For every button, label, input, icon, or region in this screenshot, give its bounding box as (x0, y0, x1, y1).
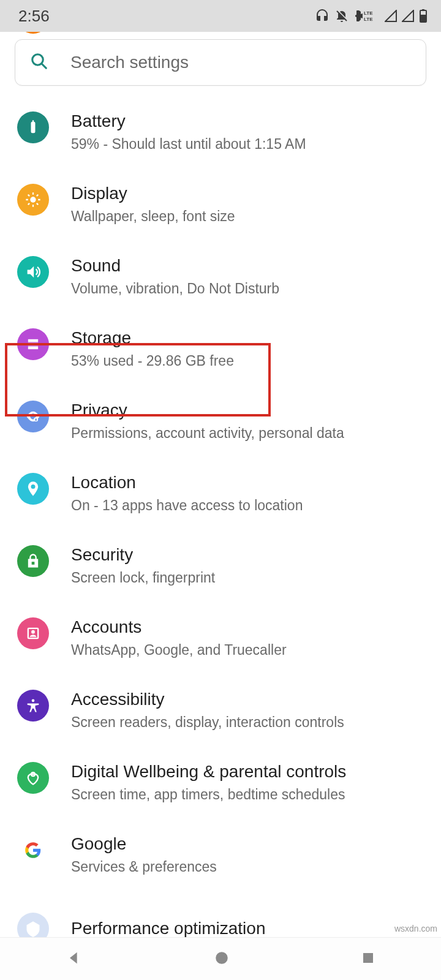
privacy-sub: Permissions, account activity, personal … (71, 424, 344, 443)
settings-list: Battery 59% - Should last until about 1:… (0, 97, 441, 937)
performance-item-icon (17, 913, 49, 937)
settings-item-google[interactable]: Google Services & preferences (0, 820, 441, 892)
security-sub: Screen lock, fingerprint (71, 569, 215, 587)
svg-point-17 (31, 630, 35, 634)
storage-sub: 53% used - 29.86 GB free (71, 352, 234, 371)
privacy-title: Privacy (71, 399, 344, 421)
svg-line-6 (42, 64, 47, 69)
svg-rect-15 (32, 562, 35, 565)
google-sub: Services & preferences (71, 858, 217, 876)
battery-title: Battery (71, 110, 306, 132)
settings-item-privacy[interactable]: Privacy Permissions, account activity, p… (0, 386, 441, 458)
display-title: Display (71, 183, 235, 204)
svg-rect-7 (31, 122, 36, 134)
settings-item-accessibility[interactable]: Accessibility Screen readers, display, i… (0, 675, 441, 747)
search-settings-bar[interactable]: Search settings (15, 39, 426, 86)
dnd-icon (334, 9, 349, 23)
settings-item-performance[interactable]: Performance optimization (0, 892, 441, 937)
settings-item-security[interactable]: Security Screen lock, fingerprint (0, 530, 441, 603)
accessibility-title: Accessibility (71, 688, 344, 710)
status-time: 2:56 (18, 7, 50, 26)
accessibility-sub: Screen readers, display, interaction con… (71, 714, 344, 732)
svg-rect-8 (32, 120, 34, 123)
search-placeholder: Search settings (70, 53, 189, 72)
settings-item-storage[interactable]: Storage 53% used - 29.86 GB free (0, 314, 441, 386)
wellbeing-title: Digital Wellbeing & parental controls (71, 761, 346, 782)
security-item-icon (17, 545, 49, 577)
headset-icon (315, 9, 330, 23)
svg-text:LTE: LTE (364, 10, 373, 16)
storage-item-icon (17, 328, 49, 360)
signal-2-icon (402, 10, 414, 22)
settings-item-location[interactable]: Location On - 13 apps have access to loc… (0, 458, 441, 530)
display-item-icon (17, 184, 49, 216)
svg-rect-12 (28, 347, 38, 350)
svg-rect-4 (421, 15, 426, 21)
settings-item-wellbeing[interactable]: Digital Wellbeing & parental controls Sc… (0, 747, 441, 820)
search-icon (30, 52, 48, 73)
svg-rect-21 (363, 953, 373, 963)
svg-text:LTE: LTE (364, 17, 373, 22)
volte-icon: LTELTE (354, 9, 380, 23)
settings-item-battery[interactable]: Battery 59% - Should last until about 1:… (0, 97, 441, 169)
battery-icon (419, 9, 428, 23)
svg-rect-14 (36, 419, 37, 421)
nav-home-button[interactable] (214, 950, 230, 968)
battery-sub: 59% - Should last until about 1:15 AM (71, 135, 306, 154)
wellbeing-item-icon (17, 762, 49, 794)
navigation-bar (0, 937, 441, 980)
location-sub: On - 13 apps have access to location (71, 497, 303, 515)
settings-item-accounts[interactable]: Accounts WhatsApp, Google, and Truecalle… (0, 603, 441, 675)
display-sub: Wallpaper, sleep, font size (71, 208, 235, 226)
svg-point-18 (32, 699, 35, 703)
settings-item-apps-partial[interactable]: Apps & notifications (0, 32, 441, 39)
accounts-title: Accounts (71, 616, 287, 638)
svg-rect-10 (28, 339, 38, 342)
watermark-text: wsxdn.com (394, 924, 437, 933)
wellbeing-sub: Screen time, app timers, bedtime schedul… (71, 786, 346, 804)
status-icons: LTELTE (315, 9, 428, 23)
nav-recent-button[interactable] (361, 951, 375, 968)
sound-item-icon (17, 256, 49, 288)
accessibility-item-icon (17, 690, 49, 722)
svg-rect-11 (28, 343, 38, 346)
nav-back-button[interactable] (66, 949, 83, 969)
accounts-item-icon (17, 617, 49, 649)
battery-item-icon (17, 111, 49, 143)
google-item-icon (17, 834, 49, 866)
sound-sub: Volume, vibration, Do Not Disturb (71, 280, 279, 298)
privacy-item-icon (17, 401, 49, 432)
svg-rect-3 (422, 9, 424, 11)
svg-point-9 (30, 197, 36, 202)
settings-item-display[interactable]: Display Wallpaper, sleep, font size (0, 169, 441, 241)
google-title: Google (71, 833, 217, 854)
storage-title: Storage (71, 327, 234, 349)
settings-item-sound[interactable]: Sound Volume, vibration, Do Not Disturb (0, 241, 441, 314)
performance-title: Performance optimization (71, 918, 265, 938)
settings-content: Apps & notifications Search settings Bat… (0, 32, 441, 937)
accounts-sub: WhatsApp, Google, and Truecaller (71, 641, 287, 660)
security-title: Security (71, 544, 215, 565)
svg-point-20 (216, 952, 228, 964)
sound-title: Sound (71, 255, 279, 276)
status-bar: 2:56 LTELTE (0, 0, 441, 32)
signal-1-icon (385, 10, 397, 22)
apps-icon (17, 32, 49, 34)
location-item-icon (17, 473, 49, 505)
location-title: Location (71, 472, 303, 493)
